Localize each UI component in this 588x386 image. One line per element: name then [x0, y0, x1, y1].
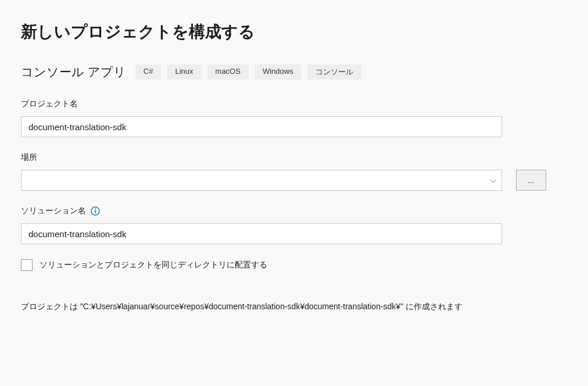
svg-rect-2: [95, 210, 96, 213]
solution-name-label: ソリューション名: [21, 206, 567, 216]
same-directory-checkbox[interactable]: [21, 259, 33, 271]
svg-point-1: [95, 209, 96, 210]
solution-name-input[interactable]: [21, 223, 502, 244]
location-group: 場所 ...: [21, 152, 567, 191]
same-directory-label: ソリューションとプロジェクトを同じディレクトリに配置する: [40, 260, 267, 270]
project-tags: C# Linux macOS Windows コンソール: [135, 65, 361, 80]
tag-console: コンソール: [307, 65, 361, 80]
info-icon[interactable]: [91, 206, 100, 216]
tag-csharp: C#: [135, 65, 162, 80]
project-type-subtitle: コンソール アプリ: [21, 64, 126, 80]
tag-linux: Linux: [167, 65, 201, 80]
browse-button[interactable]: ...: [516, 170, 546, 191]
subtitle-row: コンソール アプリ C# Linux macOS Windows コンソール: [21, 64, 567, 80]
same-directory-row: ソリューションとプロジェクトを同じディレクトリに配置する: [21, 259, 567, 271]
tag-windows: Windows: [254, 65, 302, 80]
project-name-group: プロジェクト名: [21, 99, 567, 137]
location-label: 場所: [21, 152, 567, 163]
solution-name-group: ソリューション名: [21, 206, 567, 244]
project-path-preview: プロジェクトは "C:¥Users¥lajanuar¥source¥repos¥…: [21, 300, 555, 314]
location-input[interactable]: [21, 170, 502, 191]
tag-macos: macOS: [207, 65, 249, 80]
solution-name-label-text: ソリューション名: [21, 206, 86, 216]
page-title: 新しいプロジェクトを構成する: [21, 21, 567, 43]
project-name-input[interactable]: [21, 116, 502, 137]
project-name-label: プロジェクト名: [21, 99, 567, 109]
